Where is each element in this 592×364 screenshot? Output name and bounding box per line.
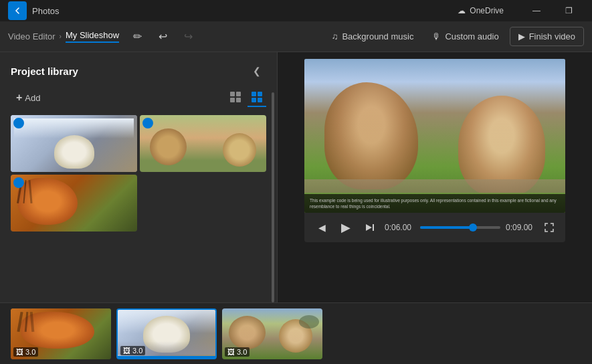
restore-button[interactable]: ❐ xyxy=(553,0,584,21)
view-toggle xyxy=(226,88,266,107)
video-overlay-text: This example code is being used for illu… xyxy=(304,194,565,213)
progress-thumb xyxy=(469,223,477,232)
progress-fill xyxy=(420,226,473,229)
media-item-1[interactable] xyxy=(11,115,137,172)
svg-rect-5 xyxy=(258,92,262,96)
video-preview: This example code is being used for illu… xyxy=(304,59,565,213)
svg-rect-9 xyxy=(373,224,374,231)
main-content: Project library ❮ + Add xyxy=(0,52,592,302)
minimize-button[interactable]: — xyxy=(521,0,552,21)
cloud-icon: ☁ xyxy=(458,6,466,15)
title-bar: Photos ☁ OneDrive — ❐ xyxy=(0,0,592,21)
app-title: Photos xyxy=(32,6,59,16)
list-view-button[interactable] xyxy=(248,88,266,107)
plus-icon: + xyxy=(16,92,22,104)
image-icon-3: 🖼 xyxy=(227,348,235,356)
svg-rect-4 xyxy=(252,92,256,96)
title-bar-left: Photos xyxy=(8,1,59,20)
next-frame-button[interactable] xyxy=(361,218,379,237)
music-icon: ♫ xyxy=(332,31,338,41)
media-item-2[interactable] xyxy=(140,115,266,172)
panel-title: Project library xyxy=(11,66,78,77)
panel-toolbar: + Add xyxy=(0,86,277,112)
filmstrip: 🖼 3.0 🖼 3.0 🖼 3.0 xyxy=(0,302,592,364)
selected-indicator-1 xyxy=(13,118,24,128)
svg-rect-1 xyxy=(236,92,241,96)
breadcrumb-parent[interactable]: Video Editor xyxy=(8,31,56,41)
left-panel: Project library ❮ + Add xyxy=(0,52,278,302)
custom-audio-label: Custom audio xyxy=(445,31,498,41)
svg-rect-3 xyxy=(236,98,241,102)
image-icon-2: 🖼 xyxy=(123,347,130,355)
svg-marker-8 xyxy=(366,224,372,231)
onedrive-label: OneDrive xyxy=(470,6,504,15)
window-controls: — ❐ xyxy=(521,0,584,21)
redo-button[interactable]: ↪ xyxy=(178,27,198,47)
svg-rect-7 xyxy=(258,98,262,102)
prev-frame-button[interactable]: ◀ xyxy=(312,218,331,237)
selected-indicator-2 xyxy=(142,118,153,128)
filmstrip-progress xyxy=(118,356,215,358)
video-controls: ◀ ▶ 0:06.00 0:09.00 xyxy=(304,213,565,242)
add-label: Add xyxy=(25,93,40,103)
media-grid xyxy=(0,112,277,234)
filmstrip-item-2[interactable]: 🖼 3.0 xyxy=(116,308,217,359)
selected-indicator-3 xyxy=(13,177,24,188)
svg-rect-6 xyxy=(252,98,256,102)
toolbar: Video Editor › My Slideshow ✏ ↩ ↪ ♫ Back… xyxy=(0,21,592,52)
filmstrip-label-1: 🖼 3.0 xyxy=(13,347,38,357)
back-button[interactable] xyxy=(8,1,27,20)
grid-view-button[interactable] xyxy=(226,88,245,107)
background-music-label: Background music xyxy=(342,31,413,41)
current-time: 0:06.00 xyxy=(385,223,415,232)
collapse-panel-button[interactable]: ❮ xyxy=(248,62,266,80)
filmstrip-label-2: 🖼 3.0 xyxy=(120,346,145,355)
breadcrumb-chevron: › xyxy=(60,33,62,40)
svg-rect-0 xyxy=(230,92,235,96)
progress-bar[interactable] xyxy=(420,226,500,229)
play-button[interactable]: ▶ xyxy=(336,218,355,237)
filmstrip-label-3: 🖼 3.0 xyxy=(225,347,250,357)
background-music-button[interactable]: ♫ Background music xyxy=(324,27,422,46)
total-time: 0:09.00 xyxy=(506,223,536,232)
finish-video-label: Finish video xyxy=(529,31,575,41)
finish-icon: ▶ xyxy=(518,31,525,41)
media-item-3[interactable] xyxy=(11,175,137,232)
panel-header: Project library ❮ xyxy=(0,52,277,86)
title-bar-right: ☁ OneDrive — ❐ xyxy=(458,0,584,21)
edit-button[interactable]: ✏ xyxy=(127,27,147,47)
finish-video-button[interactable]: ▶ Finish video xyxy=(510,27,584,46)
scrollbar[interactable] xyxy=(272,92,274,302)
fullscreen-button[interactable] xyxy=(541,219,557,236)
breadcrumb-current: My Slideshow xyxy=(66,30,119,43)
toolbar-actions: ✏ ↩ ↪ xyxy=(127,27,198,47)
breadcrumb: Video Editor › My Slideshow xyxy=(8,30,119,43)
toolbar-right: ♫ Background music 🎙 Custom audio ▶ Fini… xyxy=(324,27,584,46)
undo-button[interactable]: ↩ xyxy=(153,27,173,47)
audio-icon: 🎙 xyxy=(432,31,441,41)
add-media-button[interactable]: + Add xyxy=(11,89,45,106)
image-icon-1: 🖼 xyxy=(16,348,23,356)
filmstrip-item-3[interactable]: 🖼 3.0 xyxy=(222,308,322,359)
right-panel: This example code is being used for illu… xyxy=(278,52,592,302)
filmstrip-item-1[interactable]: 🖼 3.0 xyxy=(11,308,111,359)
collapse-icon: ❮ xyxy=(253,66,261,76)
custom-audio-button[interactable]: 🎙 Custom audio xyxy=(424,27,506,46)
svg-rect-2 xyxy=(230,98,235,102)
